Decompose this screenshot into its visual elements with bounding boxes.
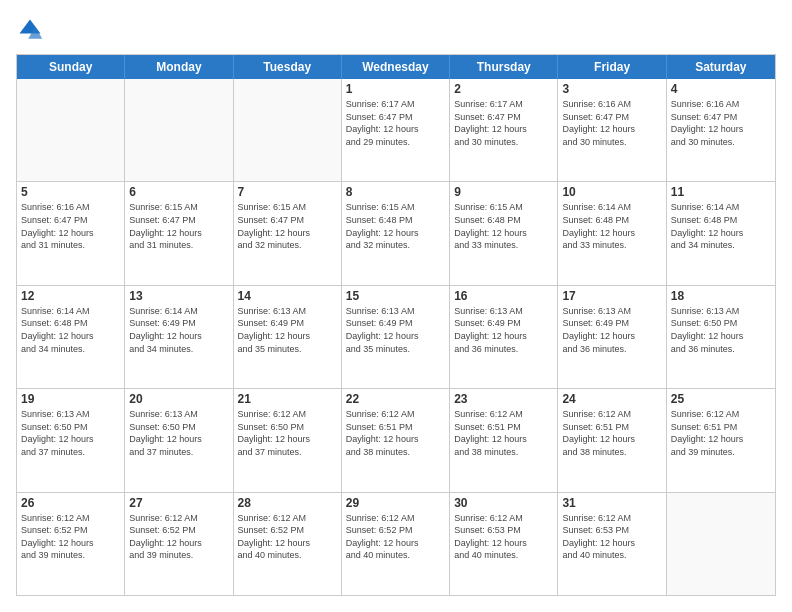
day-number: 3 <box>562 82 661 96</box>
day-info: Sunrise: 6:12 AM Sunset: 6:51 PM Dayligh… <box>562 408 661 458</box>
calendar-week-3: 19Sunrise: 6:13 AM Sunset: 6:50 PM Dayli… <box>17 389 775 492</box>
day-info: Sunrise: 6:12 AM Sunset: 6:53 PM Dayligh… <box>562 512 661 562</box>
day-info: Sunrise: 6:14 AM Sunset: 6:48 PM Dayligh… <box>562 201 661 251</box>
day-info: Sunrise: 6:15 AM Sunset: 6:47 PM Dayligh… <box>238 201 337 251</box>
calendar-day-30: 30Sunrise: 6:12 AM Sunset: 6:53 PM Dayli… <box>450 493 558 595</box>
day-number: 29 <box>346 496 445 510</box>
day-number: 24 <box>562 392 661 406</box>
calendar-day-22: 22Sunrise: 6:12 AM Sunset: 6:51 PM Dayli… <box>342 389 450 491</box>
header <box>16 16 776 44</box>
day-info: Sunrise: 6:13 AM Sunset: 6:49 PM Dayligh… <box>562 305 661 355</box>
calendar-week-1: 5Sunrise: 6:16 AM Sunset: 6:47 PM Daylig… <box>17 182 775 285</box>
header-day-thursday: Thursday <box>450 55 558 79</box>
calendar-day-29: 29Sunrise: 6:12 AM Sunset: 6:52 PM Dayli… <box>342 493 450 595</box>
day-number: 14 <box>238 289 337 303</box>
calendar-day-28: 28Sunrise: 6:12 AM Sunset: 6:52 PM Dayli… <box>234 493 342 595</box>
calendar-day-13: 13Sunrise: 6:14 AM Sunset: 6:49 PM Dayli… <box>125 286 233 388</box>
day-info: Sunrise: 6:12 AM Sunset: 6:53 PM Dayligh… <box>454 512 553 562</box>
day-number: 22 <box>346 392 445 406</box>
day-number: 4 <box>671 82 771 96</box>
calendar-day-24: 24Sunrise: 6:12 AM Sunset: 6:51 PM Dayli… <box>558 389 666 491</box>
day-info: Sunrise: 6:13 AM Sunset: 6:50 PM Dayligh… <box>21 408 120 458</box>
calendar-empty-cell <box>125 79 233 181</box>
calendar-day-14: 14Sunrise: 6:13 AM Sunset: 6:49 PM Dayli… <box>234 286 342 388</box>
calendar-empty-cell <box>667 493 775 595</box>
day-info: Sunrise: 6:15 AM Sunset: 6:48 PM Dayligh… <box>346 201 445 251</box>
day-info: Sunrise: 6:12 AM Sunset: 6:51 PM Dayligh… <box>346 408 445 458</box>
calendar-day-25: 25Sunrise: 6:12 AM Sunset: 6:51 PM Dayli… <box>667 389 775 491</box>
logo <box>16 16 48 44</box>
day-info: Sunrise: 6:12 AM Sunset: 6:51 PM Dayligh… <box>671 408 771 458</box>
day-number: 8 <box>346 185 445 199</box>
calendar-day-5: 5Sunrise: 6:16 AM Sunset: 6:47 PM Daylig… <box>17 182 125 284</box>
day-number: 15 <box>346 289 445 303</box>
day-info: Sunrise: 6:15 AM Sunset: 6:47 PM Dayligh… <box>129 201 228 251</box>
calendar-empty-cell <box>234 79 342 181</box>
day-info: Sunrise: 6:12 AM Sunset: 6:52 PM Dayligh… <box>238 512 337 562</box>
calendar-day-27: 27Sunrise: 6:12 AM Sunset: 6:52 PM Dayli… <box>125 493 233 595</box>
day-info: Sunrise: 6:12 AM Sunset: 6:50 PM Dayligh… <box>238 408 337 458</box>
day-number: 7 <box>238 185 337 199</box>
logo-icon <box>16 16 44 44</box>
header-day-saturday: Saturday <box>667 55 775 79</box>
calendar-day-17: 17Sunrise: 6:13 AM Sunset: 6:49 PM Dayli… <box>558 286 666 388</box>
calendar-day-23: 23Sunrise: 6:12 AM Sunset: 6:51 PM Dayli… <box>450 389 558 491</box>
calendar: SundayMondayTuesdayWednesdayThursdayFrid… <box>16 54 776 596</box>
day-number: 12 <box>21 289 120 303</box>
calendar-day-3: 3Sunrise: 6:16 AM Sunset: 6:47 PM Daylig… <box>558 79 666 181</box>
day-number: 16 <box>454 289 553 303</box>
calendar-day-20: 20Sunrise: 6:13 AM Sunset: 6:50 PM Dayli… <box>125 389 233 491</box>
day-info: Sunrise: 6:17 AM Sunset: 6:47 PM Dayligh… <box>454 98 553 148</box>
day-number: 9 <box>454 185 553 199</box>
day-info: Sunrise: 6:13 AM Sunset: 6:49 PM Dayligh… <box>238 305 337 355</box>
day-info: Sunrise: 6:17 AM Sunset: 6:47 PM Dayligh… <box>346 98 445 148</box>
day-info: Sunrise: 6:16 AM Sunset: 6:47 PM Dayligh… <box>562 98 661 148</box>
day-number: 20 <box>129 392 228 406</box>
calendar-day-16: 16Sunrise: 6:13 AM Sunset: 6:49 PM Dayli… <box>450 286 558 388</box>
header-day-monday: Monday <box>125 55 233 79</box>
day-number: 21 <box>238 392 337 406</box>
day-number: 10 <box>562 185 661 199</box>
day-number: 6 <box>129 185 228 199</box>
calendar-day-6: 6Sunrise: 6:15 AM Sunset: 6:47 PM Daylig… <box>125 182 233 284</box>
day-info: Sunrise: 6:14 AM Sunset: 6:49 PM Dayligh… <box>129 305 228 355</box>
day-info: Sunrise: 6:13 AM Sunset: 6:49 PM Dayligh… <box>346 305 445 355</box>
calendar-day-26: 26Sunrise: 6:12 AM Sunset: 6:52 PM Dayli… <box>17 493 125 595</box>
day-number: 30 <box>454 496 553 510</box>
calendar-header-row: SundayMondayTuesdayWednesdayThursdayFrid… <box>17 55 775 79</box>
day-number: 2 <box>454 82 553 96</box>
calendar-week-0: 1Sunrise: 6:17 AM Sunset: 6:47 PM Daylig… <box>17 79 775 182</box>
calendar-body: 1Sunrise: 6:17 AM Sunset: 6:47 PM Daylig… <box>17 79 775 595</box>
day-info: Sunrise: 6:14 AM Sunset: 6:48 PM Dayligh… <box>671 201 771 251</box>
header-day-wednesday: Wednesday <box>342 55 450 79</box>
day-number: 28 <box>238 496 337 510</box>
page: SundayMondayTuesdayWednesdayThursdayFrid… <box>0 0 792 612</box>
day-number: 13 <box>129 289 228 303</box>
day-number: 23 <box>454 392 553 406</box>
day-info: Sunrise: 6:15 AM Sunset: 6:48 PM Dayligh… <box>454 201 553 251</box>
day-number: 1 <box>346 82 445 96</box>
calendar-day-15: 15Sunrise: 6:13 AM Sunset: 6:49 PM Dayli… <box>342 286 450 388</box>
calendar-day-21: 21Sunrise: 6:12 AM Sunset: 6:50 PM Dayli… <box>234 389 342 491</box>
day-number: 18 <box>671 289 771 303</box>
day-number: 11 <box>671 185 771 199</box>
calendar-day-18: 18Sunrise: 6:13 AM Sunset: 6:50 PM Dayli… <box>667 286 775 388</box>
calendar-day-31: 31Sunrise: 6:12 AM Sunset: 6:53 PM Dayli… <box>558 493 666 595</box>
day-info: Sunrise: 6:12 AM Sunset: 6:52 PM Dayligh… <box>21 512 120 562</box>
day-info: Sunrise: 6:16 AM Sunset: 6:47 PM Dayligh… <box>21 201 120 251</box>
calendar-day-8: 8Sunrise: 6:15 AM Sunset: 6:48 PM Daylig… <box>342 182 450 284</box>
day-info: Sunrise: 6:13 AM Sunset: 6:50 PM Dayligh… <box>671 305 771 355</box>
day-number: 31 <box>562 496 661 510</box>
header-day-sunday: Sunday <box>17 55 125 79</box>
day-info: Sunrise: 6:12 AM Sunset: 6:52 PM Dayligh… <box>129 512 228 562</box>
day-info: Sunrise: 6:14 AM Sunset: 6:48 PM Dayligh… <box>21 305 120 355</box>
day-info: Sunrise: 6:12 AM Sunset: 6:52 PM Dayligh… <box>346 512 445 562</box>
header-day-friday: Friday <box>558 55 666 79</box>
calendar-day-19: 19Sunrise: 6:13 AM Sunset: 6:50 PM Dayli… <box>17 389 125 491</box>
calendar-day-9: 9Sunrise: 6:15 AM Sunset: 6:48 PM Daylig… <box>450 182 558 284</box>
calendar-week-2: 12Sunrise: 6:14 AM Sunset: 6:48 PM Dayli… <box>17 286 775 389</box>
day-number: 27 <box>129 496 228 510</box>
day-number: 26 <box>21 496 120 510</box>
header-day-tuesday: Tuesday <box>234 55 342 79</box>
calendar-empty-cell <box>17 79 125 181</box>
